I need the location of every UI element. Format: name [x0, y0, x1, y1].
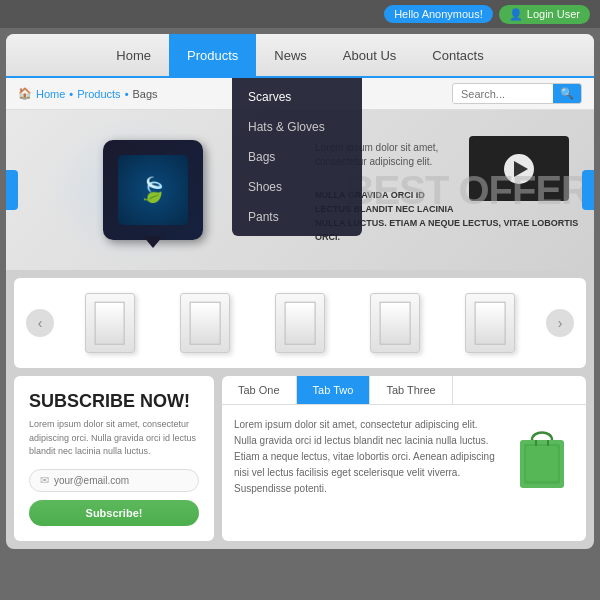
leaf-icon: 🍃	[138, 176, 168, 204]
subscribe-title: SUBSCRIBE NOW!	[29, 391, 199, 412]
breadcrumb-home[interactable]: Home	[36, 88, 65, 100]
slider-section: ‹ ›	[14, 278, 586, 368]
shopping-bag-icon	[512, 420, 572, 495]
product-screen: 🍃	[118, 155, 188, 225]
hero-product: 🍃	[103, 140, 203, 240]
tab-one[interactable]: Tab One	[222, 376, 297, 404]
breadcrumb-bags: Bags	[132, 88, 157, 100]
subscribe-button[interactable]: Subscribe!	[29, 500, 199, 526]
nav-bar: Home Products News About Us Contacts Sca…	[6, 34, 594, 78]
slider-box-3	[275, 293, 325, 353]
subscribe-desc: Lorem ipsum dolor sit amet, consectetur …	[29, 418, 199, 459]
breadcrumb-products[interactable]: Products	[77, 88, 120, 100]
email-field: ✉	[29, 469, 199, 492]
bottom-section: SUBSCRIBE NOW! Lorem ipsum dolor sit ame…	[14, 376, 586, 541]
tab-text: Lorem ipsum dolor sit amet, consectetur …	[234, 417, 499, 497]
slider-items	[54, 293, 546, 353]
login-button[interactable]: 👤 Login User	[499, 5, 590, 24]
slider-item-5	[465, 293, 515, 353]
slider-item-4	[370, 293, 420, 353]
nav-about[interactable]: About Us	[325, 34, 414, 77]
home-icon: 🏠	[18, 87, 32, 100]
dropdown-shoes[interactable]: Shoes	[232, 172, 362, 202]
dropdown-bags[interactable]: Bags	[232, 142, 362, 172]
blue-tab-right	[582, 170, 594, 210]
user-icon: 👤	[509, 8, 523, 21]
login-label: Login User	[527, 8, 580, 20]
tab-two[interactable]: Tab Two	[297, 376, 371, 404]
hello-button[interactable]: Hello Anonymous!	[384, 5, 493, 23]
slider-box-1	[85, 293, 135, 353]
slider-item-3	[275, 293, 325, 353]
slider-prev-button[interactable]: ‹	[26, 309, 54, 337]
slider-box-4	[370, 293, 420, 353]
nav-news[interactable]: News	[256, 34, 325, 77]
svg-rect-2	[526, 446, 558, 481]
tabs-header: Tab One Tab Two Tab Three	[222, 376, 586, 405]
nav-home[interactable]: Home	[98, 34, 169, 77]
hero-big-text: BEST OFFER	[346, 168, 589, 213]
search-box: 🔍	[452, 83, 582, 104]
tab-three[interactable]: Tab Three	[370, 376, 452, 404]
slider-box-2	[180, 293, 230, 353]
tab-image	[509, 417, 574, 497]
dropdown-pants[interactable]: Pants	[232, 202, 362, 232]
slider-item-1	[85, 293, 135, 353]
nav-products[interactable]: Products	[169, 34, 256, 77]
slider-item-2	[180, 293, 230, 353]
breadcrumb-sep1: •	[69, 88, 73, 100]
slider-next-button[interactable]: ›	[546, 309, 574, 337]
top-bar: Hello Anonymous! 👤 Login User	[0, 0, 600, 28]
main-wrapper: Home Products News About Us Contacts Sca…	[6, 34, 594, 549]
nav-items: Home Products News About Us Contacts	[98, 34, 501, 77]
nav-contacts[interactable]: Contacts	[414, 34, 501, 77]
subscribe-box: SUBSCRIBE NOW! Lorem ipsum dolor sit ame…	[14, 376, 214, 541]
search-button[interactable]: 🔍	[553, 84, 581, 103]
slider-box-5	[465, 293, 515, 353]
email-input[interactable]	[54, 475, 188, 486]
dropdown-scarves[interactable]: Scarves	[232, 82, 362, 112]
products-dropdown: Scarves Hats & Gloves Bags Shoes Pants	[232, 78, 362, 236]
email-icon: ✉	[40, 474, 49, 487]
breadcrumb-sep2: •	[125, 88, 129, 100]
tabs-box: Tab One Tab Two Tab Three Lorem ipsum do…	[222, 376, 586, 541]
search-input[interactable]	[453, 85, 553, 103]
dropdown-hats[interactable]: Hats & Gloves	[232, 112, 362, 142]
tab-content: Lorem ipsum dolor sit amet, consectetur …	[222, 405, 586, 509]
